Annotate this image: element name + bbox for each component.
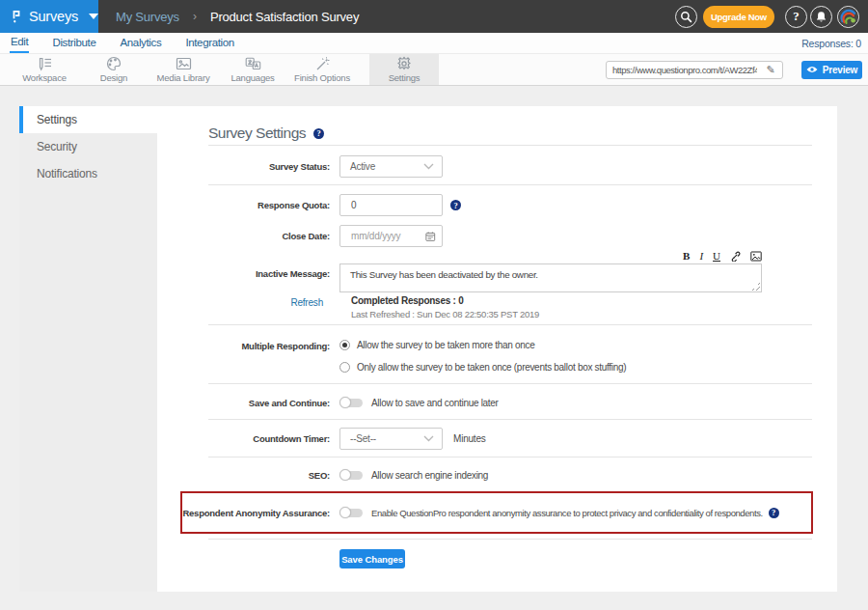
settings-sidebar: Settings Security Notifications xyxy=(19,106,157,592)
response-quota-help-icon[interactable]: ? xyxy=(450,200,461,210)
resize-grip[interactable] xyxy=(752,283,760,291)
response-quota-label: Response Quota: xyxy=(157,200,330,210)
survey-url-input[interactable] xyxy=(607,65,759,75)
chevron-down-icon xyxy=(423,435,434,442)
user-avatar[interactable] xyxy=(837,6,859,28)
refresh-link[interactable]: Refresh xyxy=(157,295,330,319)
notifications-button[interactable] xyxy=(810,6,832,28)
survey-status-select[interactable]: Active xyxy=(339,155,443,178)
save-continue-text: Allow to save and continue later xyxy=(371,398,499,408)
breadcrumb-current: Product Satisfaction Survey xyxy=(210,10,359,24)
eye-icon xyxy=(806,66,818,73)
anonymity-text: Enable QuestionPro respondent anonymity … xyxy=(371,508,763,518)
inactive-message-label: Inactive Message: xyxy=(157,262,330,292)
toolbar-item-label: Finish Options xyxy=(294,72,350,83)
settings-card: Settings Security Notifications Survey S… xyxy=(19,106,837,592)
preview-button[interactable]: Preview xyxy=(801,61,862,79)
save-changes-button[interactable]: Save Changes xyxy=(339,549,405,568)
radio-option-label: Allow the survey to be taken more than o… xyxy=(357,340,534,350)
title-help-icon[interactable]: ? xyxy=(313,128,324,139)
toolbar-item-label: Workspace xyxy=(22,72,67,83)
help-button[interactable]: ? xyxy=(785,6,807,28)
edit-toolbar: Workspace Design Media Library xyxy=(0,54,868,86)
close-date-field xyxy=(339,225,443,247)
toolbar-item-finish-options[interactable]: Finish Options xyxy=(287,54,357,85)
seo-toggle[interactable] xyxy=(339,469,363,481)
edit-url-icon[interactable]: ✎ xyxy=(759,64,782,76)
bold-button[interactable]: B xyxy=(683,251,690,262)
languages-icon xyxy=(245,56,261,71)
save-continue-label: Save and Continue: xyxy=(157,398,330,408)
settings-gear-icon xyxy=(396,56,412,71)
toolbar-item-workspace[interactable]: Workspace xyxy=(10,54,79,85)
toolbar-item-settings[interactable]: Settings xyxy=(369,54,439,85)
toolbar-item-media-library[interactable]: Media Library xyxy=(149,54,218,85)
toolbar-item-design[interactable]: Design xyxy=(79,54,149,85)
survey-url-box: ✎ xyxy=(606,61,783,79)
brand-area[interactable]: Surveys xyxy=(0,0,98,33)
anonymity-help-icon[interactable]: ? xyxy=(769,508,779,518)
toolbar-item-label: Media Library xyxy=(157,72,210,83)
sidebar-item-security[interactable]: Security xyxy=(19,133,157,160)
upgrade-now-button[interactable]: Upgrade Now xyxy=(703,6,774,28)
countdown-minutes-text: Minutes xyxy=(453,433,486,444)
search-button[interactable] xyxy=(675,6,697,28)
bell-icon xyxy=(815,11,827,23)
response-quota-input[interactable] xyxy=(351,200,434,210)
toolbar-item-label: Languages xyxy=(231,72,274,83)
inactive-message-textarea[interactable]: This Survey has been deactivated by the … xyxy=(339,263,762,292)
breadcrumb: My Surveys › Product Satisfaction Survey xyxy=(116,10,359,24)
survey-status-value: Active xyxy=(350,161,423,172)
inactive-message-text: This Survey has been deactivated by the … xyxy=(350,269,538,280)
tab-edit[interactable]: Edit xyxy=(10,33,29,53)
tab-integration[interactable]: Integration xyxy=(184,34,235,52)
chevron-down-icon xyxy=(423,163,434,170)
countdown-timer-value: --Set-- xyxy=(350,433,423,444)
toolbar-item-languages[interactable]: Languages xyxy=(218,54,287,85)
top-bar: Surveys My Surveys › Product Satisfactio… xyxy=(0,0,868,33)
italic-button[interactable]: I xyxy=(699,251,703,262)
countdown-timer-label: Countdown Timer: xyxy=(157,433,330,444)
chevron-down-icon xyxy=(89,14,98,19)
seo-label: SEO: xyxy=(157,470,330,481)
image-button[interactable] xyxy=(750,251,762,262)
response-quota-field xyxy=(339,194,443,216)
finish-options-icon xyxy=(315,56,330,71)
survey-tab-bar: Edit Distribute Analytics Integration Re… xyxy=(0,33,868,54)
radio-taken-once[interactable] xyxy=(339,362,350,373)
toolbar-item-label: Design xyxy=(100,72,127,83)
breadcrumb-parent[interactable]: My Surveys xyxy=(116,10,179,24)
preview-label: Preview xyxy=(823,65,857,75)
responses-count: Responses: 0 xyxy=(801,38,868,49)
avatar-image xyxy=(838,7,858,27)
toolbar-item-label: Settings xyxy=(389,72,420,83)
design-icon xyxy=(106,56,122,71)
completed-responses-text: Completed Responses : 0 xyxy=(351,295,539,306)
image-icon xyxy=(750,251,762,262)
media-library-icon xyxy=(176,56,192,71)
sidebar-item-notifications[interactable]: Notifications xyxy=(19,160,157,187)
settings-content: Survey Settings ? Survey Status: Active … xyxy=(157,106,837,592)
countdown-timer-select[interactable]: --Set-- xyxy=(339,428,443,450)
link-icon xyxy=(730,251,741,262)
multiple-responding-label: Multiple Responding: xyxy=(157,340,330,373)
calendar-icon[interactable] xyxy=(425,231,436,242)
save-continue-toggle[interactable] xyxy=(339,397,363,408)
anonymity-toggle[interactable] xyxy=(339,507,363,518)
radio-taken-more-than-once[interactable] xyxy=(339,340,350,350)
anonymity-label: Respondent Anonymity Assurance: xyxy=(157,508,330,518)
radio-option-label: Only allow the survey to be taken once (… xyxy=(357,362,626,373)
sidebar-item-settings[interactable]: Settings xyxy=(19,106,157,133)
link-button[interactable] xyxy=(730,251,741,262)
search-icon xyxy=(680,11,692,23)
questionpro-logo-icon xyxy=(13,7,20,27)
survey-status-label: Survey Status: xyxy=(157,161,330,172)
tab-analytics[interactable]: Analytics xyxy=(120,34,163,52)
workspace-icon xyxy=(37,56,53,71)
underline-button[interactable]: U xyxy=(713,251,720,262)
breadcrumb-separator: › xyxy=(193,10,197,23)
anonymity-highlight-box: Respondent Anonymity Assurance: Enable Q… xyxy=(157,491,837,534)
close-date-input[interactable] xyxy=(351,231,425,241)
tab-distribute[interactable]: Distribute xyxy=(51,34,96,52)
last-refreshed-text: Last Refreshed : Sun Dec 08 22:50:35 PST… xyxy=(351,309,539,319)
